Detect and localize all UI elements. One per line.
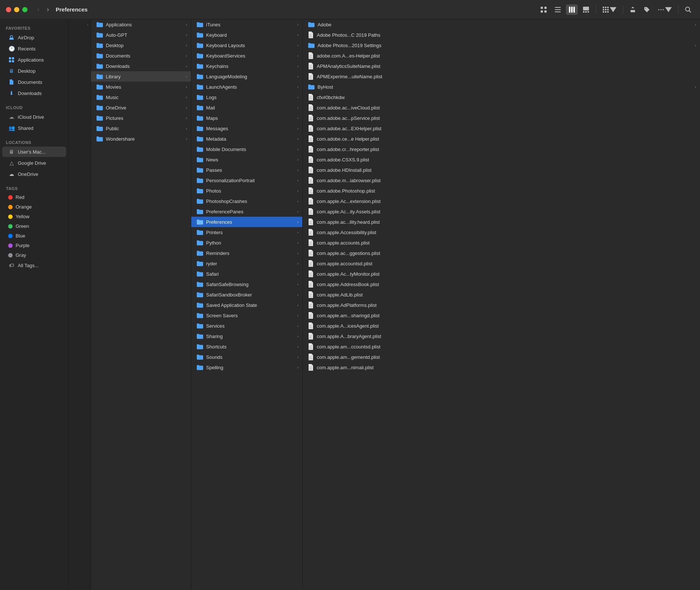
list-item[interactable]: plist com.apple.Ac...ity.Assets.plist xyxy=(303,206,700,217)
list-item[interactable]: plist com.apple.accountsd.plist xyxy=(303,258,700,269)
list-item[interactable]: Public › xyxy=(91,123,191,134)
list-item[interactable]: Keyboard › xyxy=(191,30,302,40)
zoom-button[interactable] xyxy=(22,7,27,12)
list-item[interactable]: Applications › xyxy=(91,19,191,30)
sidebar-item-google-drive[interactable]: △ Google Drive xyxy=(2,158,66,168)
sidebar-item-tag-all-tags[interactable]: 🏷All Tags... xyxy=(2,260,66,271)
list-item[interactable]: ByHost › xyxy=(303,82,700,92)
sidebar-item-downloads[interactable]: ⬇ Downloads xyxy=(2,88,66,98)
sidebar-item-shared[interactable]: 👥 Shared xyxy=(2,123,66,133)
list-item[interactable]: Music › xyxy=(91,92,191,102)
list-item[interactable]: Passes › xyxy=(191,165,302,175)
list-item[interactable]: plist com.adobe.HDInstall.plist xyxy=(303,165,700,175)
sidebar-item-documents[interactable]: Documents xyxy=(2,77,66,87)
sidebar-item-tag-yellow[interactable]: Yellow xyxy=(2,212,66,221)
list-item[interactable]: plist com.apple.ac...ggestions.plist xyxy=(303,248,700,258)
tag-button[interactable] xyxy=(641,4,653,15)
list-item[interactable]: Library › xyxy=(91,71,191,82)
list-item[interactable]: Photos › xyxy=(191,186,302,196)
list-item[interactable]: Sounds › xyxy=(191,352,302,362)
list-item[interactable]: Preferences › xyxy=(191,217,302,227)
sidebar-item-recents[interactable]: 🕐 Recents xyxy=(2,43,66,54)
list-item[interactable]: Printers › xyxy=(191,227,302,237)
list-item[interactable]: iTunes › xyxy=(191,19,302,30)
list-item[interactable]: ryder › xyxy=(191,258,302,269)
list-item[interactable]: Services › xyxy=(191,321,302,331)
list-item[interactable]: Pictures › xyxy=(91,113,191,123)
list-item[interactable]: plist adobe.com.A...es-Helper.plist xyxy=(303,50,700,61)
list-item[interactable]: Metadata › xyxy=(191,134,302,144)
sidebar-item-usermac[interactable]: 🖥 User's Mac... xyxy=(2,147,66,157)
list-item[interactable]: plist com.apple.Ac...tyMonitor.plist xyxy=(303,269,700,279)
list-item[interactable]: plist com.adobe.ac...EXHelper.plist xyxy=(303,123,700,134)
more-button[interactable] xyxy=(655,4,674,15)
list-item[interactable]: Python › xyxy=(191,237,302,248)
list-item[interactable]: SafariSandboxBroker › xyxy=(191,289,302,300)
list-item[interactable]: plist cfx#0bchkdw xyxy=(303,92,700,102)
list-item[interactable]: plist com.adobe.m...iabrowser.plist xyxy=(303,175,700,186)
icon-view-button[interactable] xyxy=(538,4,550,15)
forward-button[interactable]: › xyxy=(45,4,51,15)
list-item[interactable]: plist com.apple.am...sharingd.plist xyxy=(303,310,700,321)
list-item[interactable]: plist com.apple.A...icesAgent.plist xyxy=(303,321,700,331)
sidebar-item-tag-purple[interactable]: Purple xyxy=(2,241,66,250)
group-button[interactable] xyxy=(600,4,619,15)
search-button[interactable] xyxy=(682,4,694,15)
list-item[interactable]: plist com.apple.am...nimaii.plist xyxy=(303,362,700,373)
list-item[interactable]: plist com.apple.A...braryAgent.plist xyxy=(303,331,700,341)
list-item[interactable]: Keychains › xyxy=(191,61,302,71)
list-item[interactable]: plist APMExperime...uiteName.plist xyxy=(303,71,700,82)
list-item[interactable]: plist com.apple.AddressBook.plist xyxy=(303,279,700,289)
list-item[interactable]: Sharing › xyxy=(191,331,302,341)
list-item[interactable]: LanguageModeling › xyxy=(191,71,302,82)
list-item[interactable]: plist com.apple.AdPlatforms.plist xyxy=(303,300,700,310)
sidebar-item-tag-gray[interactable]: Gray xyxy=(2,250,66,260)
list-item[interactable]: plist com.adobe.cr...hreporter.plist xyxy=(303,144,700,154)
list-item[interactable]: Screen Savers › xyxy=(191,310,302,321)
gallery-view-button[interactable] xyxy=(580,4,592,15)
list-item[interactable]: KeyboardServices › xyxy=(191,50,302,61)
list-item[interactable]: Mail › xyxy=(191,102,302,113)
list-item[interactable]: OneDrive › xyxy=(91,102,191,113)
list-item[interactable]: PhotoshopCrashes › xyxy=(191,196,302,206)
list-item[interactable]: plist com.apple.AdLib.plist xyxy=(303,289,700,300)
list-item[interactable]: Adobe › xyxy=(303,19,700,30)
list-item[interactable]: Downloads › xyxy=(91,61,191,71)
list-item[interactable]: plist com.adobe.ac...pService.plist xyxy=(303,113,700,123)
list-item[interactable]: plist com.adobe.Photoshop.plist xyxy=(303,186,700,196)
list-item[interactable]: Desktop › xyxy=(91,40,191,50)
list-item[interactable]: plist com.apple.accounts.plist xyxy=(303,237,700,248)
list-item[interactable]: SafariSafeBrowsing › xyxy=(191,279,302,289)
list-item[interactable]: plist com.adobe.CSXS.9.plist xyxy=(303,154,700,165)
list-item[interactable]: Shortcuts › xyxy=(191,341,302,352)
list-item[interactable]: Safari › xyxy=(191,269,302,279)
sidebar-item-icloud-drive[interactable]: ☁ iCloud Drive xyxy=(2,112,66,122)
list-item[interactable]: PreferencePanes › xyxy=(191,206,302,217)
list-item[interactable]: LaunchAgents › xyxy=(191,82,302,92)
list-item[interactable]: plist com.apple.Accessibility.plist xyxy=(303,227,700,237)
list-item[interactable]: News › xyxy=(191,154,302,165)
minimize-button[interactable] xyxy=(14,7,19,12)
list-item[interactable]: Mobile Documents › xyxy=(191,144,302,154)
list-item[interactable]: plist com.apple.Ac...extension.plist xyxy=(303,196,700,206)
list-item[interactable]: plist com.apple.am...ccountsd.plist xyxy=(303,341,700,352)
sidebar-item-airdrop[interactable]: AirDrop xyxy=(2,32,66,43)
list-view-button[interactable] xyxy=(552,4,564,15)
list-item[interactable]: Logs › xyxy=(191,92,302,102)
list-item[interactable]: plist Adobe Photos...C 2019 Paths xyxy=(303,30,700,40)
list-item[interactable]: Documents › xyxy=(91,50,191,61)
sidebar-item-tag-orange[interactable]: Orange xyxy=(2,202,66,212)
sidebar-item-onedrive[interactable]: ☁ OneDrive xyxy=(2,169,66,179)
list-item[interactable]: Keyboard Layouts › xyxy=(191,40,302,50)
sidebar-item-desktop[interactable]: 🖥 Desktop xyxy=(2,66,66,76)
list-item[interactable]: Spelling › xyxy=(191,362,302,373)
list-item[interactable]: plist com.apple.ac...ility.heard.plist xyxy=(303,217,700,227)
sidebar-item-applications[interactable]: Applications xyxy=(2,55,66,65)
list-item[interactable]: Wondershare › xyxy=(91,134,191,144)
list-item[interactable]: Auto-GPT › xyxy=(91,30,191,40)
share-button[interactable] xyxy=(627,4,639,15)
list-item[interactable]: Saved Application State › xyxy=(191,300,302,310)
list-item[interactable]: Messages › xyxy=(191,123,302,134)
list-item[interactable]: PersonalizationPortrait › xyxy=(191,175,302,186)
sidebar-item-tag-blue[interactable]: Blue xyxy=(2,231,66,240)
